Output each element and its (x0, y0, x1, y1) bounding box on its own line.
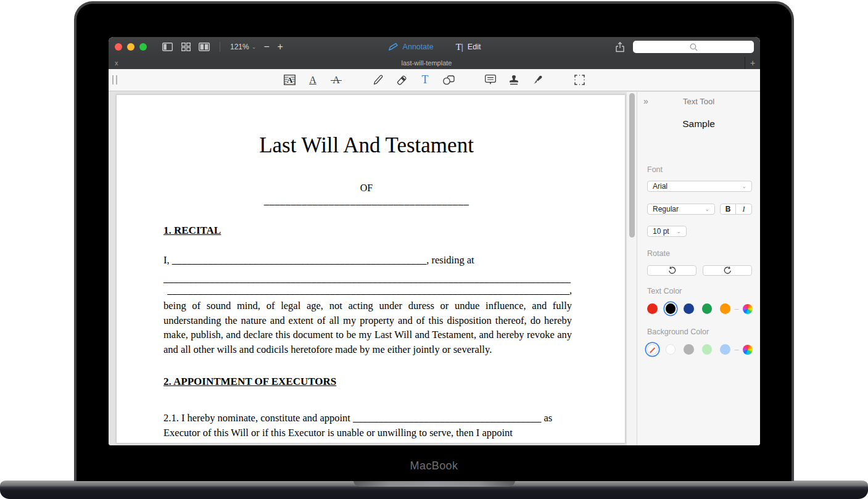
rotate-ccw-icon (668, 266, 676, 274)
text-color-label: Text Color (647, 287, 682, 295)
zoom-in-button[interactable]: + (273, 41, 287, 52)
background-color-swatches: – (647, 344, 753, 355)
bold-italic-segment: B I (720, 204, 752, 215)
svg-text:A: A (286, 75, 292, 85)
document-scrollbar[interactable] (626, 92, 637, 445)
background-color-label: Background Color (647, 328, 709, 336)
document-title: Last Will And Testament (117, 133, 616, 158)
shapes-tool-icon[interactable] (439, 72, 458, 89)
text-color-wheel-icon[interactable] (743, 304, 753, 314)
bold-button[interactable]: B (721, 204, 736, 214)
note-comment-icon[interactable] (481, 72, 500, 89)
text-tool-sidebar: » Text Tool Sample Font Arial ⌄ Regular … (637, 92, 760, 445)
font-family-value: Arial (653, 182, 668, 191)
background-color-blue[interactable] (720, 344, 730, 355)
text-color-blue[interactable] (684, 303, 694, 314)
stage: MacBook 121% ⌄ − (0, 0, 868, 499)
background-color-wheel-icon[interactable] (743, 345, 753, 355)
swatch-divider: – (735, 345, 739, 354)
sample-preview-text: Sample (637, 118, 760, 130)
tab-title: last-will-template (109, 59, 745, 67)
font-size-select[interactable]: 10 pt ⌄ (647, 226, 687, 237)
chevron-down-icon: ⌄ (252, 44, 257, 50)
annotation-toolbar: A A A T (109, 69, 760, 91)
search-icon (690, 43, 698, 51)
background-color-gray[interactable] (684, 344, 694, 355)
document-tab-bar: x last-will-template + (109, 57, 760, 69)
two-page-view-icon[interactable] (195, 40, 213, 54)
font-size-value: 10 pt (653, 227, 669, 236)
macbook-logo-label: MacBook (76, 460, 792, 472)
text-tool-icon[interactable]: T (416, 72, 434, 89)
executor-paragraph: 2.1. I hereby nominate, constitute and a… (163, 411, 572, 440)
rotate-label: Rotate (647, 249, 670, 258)
fullscreen-window-button[interactable] (139, 43, 147, 51)
eraser-tool-icon[interactable] (392, 72, 411, 89)
minimize-window-button[interactable] (127, 43, 134, 51)
annotate-mode-tab[interactable]: Annotate (388, 43, 434, 51)
recital-paragraph: being of sound mind, of legal age, not a… (163, 299, 572, 357)
close-window-button[interactable] (115, 43, 122, 51)
name-blank-line: ______________________________________ (117, 195, 616, 207)
selection-tool-icon[interactable] (570, 72, 589, 89)
chevron-down-icon: ⌄ (742, 183, 746, 189)
macbook-lid-notch (353, 480, 515, 487)
annotate-pen-icon (388, 43, 399, 51)
title-bar: 121% ⌄ − + Annotate T| Edit (109, 37, 760, 57)
document-viewport: Last Will And Testament OF _____________… (109, 92, 637, 445)
document-page[interactable]: Last Will And Testament OF _____________… (116, 94, 626, 443)
background-color-none-selected[interactable] (647, 344, 658, 355)
residing-line: I, _____________________________________… (163, 254, 572, 266)
address-blank-line2: ________________________________________… (163, 284, 572, 297)
text-color-swatches: – (647, 303, 753, 314)
swatch-divider: – (735, 305, 739, 313)
toolbar-grip-handle[interactable] (112, 75, 117, 85)
document-tab[interactable]: x last-will-template (109, 57, 745, 69)
text-color-green[interactable] (702, 303, 713, 314)
edit-text-icon: T| (456, 42, 463, 52)
mode-switcher: Annotate T| Edit (388, 42, 481, 52)
zoom-level-value: 121% (230, 43, 249, 51)
content-region: Last Will And Testament OF _____________… (109, 92, 760, 445)
text-color-orange[interactable] (720, 303, 730, 314)
background-color-white[interactable] (666, 344, 676, 355)
signature-pen-icon[interactable] (528, 72, 547, 89)
underline-tool-icon[interactable]: A (304, 72, 322, 89)
address-blank-line1: ________________________________________… (163, 273, 572, 285)
italic-button[interactable]: I (736, 204, 751, 214)
annotate-label: Annotate (403, 43, 434, 51)
sidebar-title: Text Tool (637, 97, 760, 106)
highlight-text-style-icon[interactable]: A (280, 72, 299, 89)
thumbnail-grid-icon[interactable] (176, 40, 195, 54)
window-controls (115, 43, 147, 51)
document-subtitle: OF (117, 183, 616, 194)
toolbar-divider (220, 42, 220, 52)
stamp-tool-icon[interactable] (505, 72, 523, 89)
edit-label: Edit (468, 43, 481, 51)
sidebar-panel-icon[interactable] (158, 40, 176, 54)
search-input[interactable] (633, 41, 754, 53)
strikethrough-tool-icon[interactable]: A (327, 72, 345, 89)
new-tab-button[interactable]: + (745, 57, 760, 69)
font-style-select[interactable]: Regular ⌄ (647, 204, 715, 215)
rotate-counterclockwise-button[interactable] (647, 265, 696, 276)
font-label: Font (647, 165, 663, 174)
background-color-green[interactable] (702, 344, 713, 355)
scrollbar-thumb[interactable] (629, 93, 635, 237)
text-color-black-selected[interactable] (666, 303, 676, 314)
edit-mode-tab[interactable]: T| Edit (456, 42, 481, 52)
rotate-cw-icon (724, 266, 732, 274)
pdf-editor-window: 121% ⌄ − + Annotate T| Edit (109, 37, 760, 445)
font-family-select[interactable]: Arial ⌄ (647, 181, 752, 192)
zoom-out-button[interactable]: − (260, 41, 273, 52)
chevron-down-icon: ⌄ (705, 206, 709, 212)
rotate-clockwise-button[interactable] (703, 265, 752, 276)
chevron-down-icon: ⌄ (676, 228, 681, 234)
pencil-tool-icon[interactable] (369, 72, 387, 89)
titlebar-right-group (616, 41, 754, 53)
zoom-level-dropdown[interactable]: 121% ⌄ (230, 43, 256, 51)
macbook-base (0, 480, 868, 499)
text-color-red[interactable] (647, 303, 658, 314)
section1-heading: 1. RECITAL (163, 225, 221, 237)
share-icon[interactable] (616, 42, 624, 52)
